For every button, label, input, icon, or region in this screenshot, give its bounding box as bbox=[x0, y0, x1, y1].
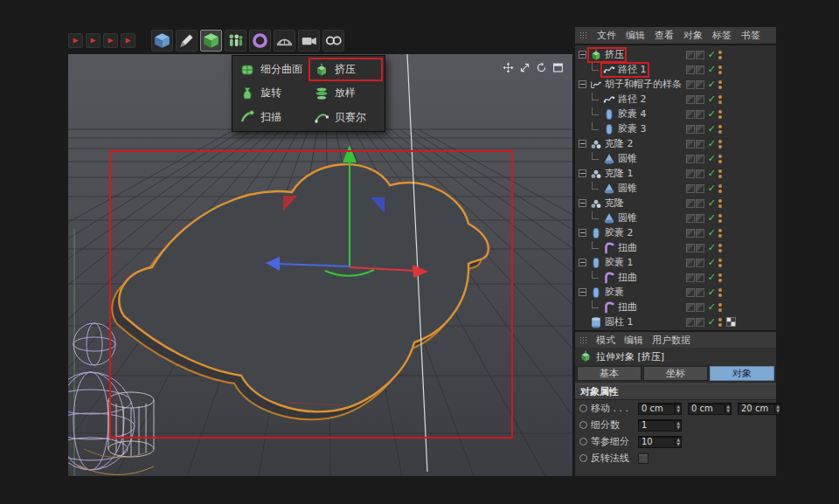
expand-toggle[interactable]: − bbox=[579, 259, 586, 266]
layer-chip[interactable] bbox=[686, 259, 695, 267]
primitive-cube-button[interactable] bbox=[151, 30, 173, 52]
camera-tool-button[interactable] bbox=[298, 30, 320, 52]
panel-grip-icon[interactable] bbox=[579, 31, 587, 39]
layer-chip[interactable] bbox=[696, 214, 704, 223]
object-label-group[interactable]: 扭曲 bbox=[601, 300, 639, 314]
deformers-button[interactable] bbox=[249, 30, 271, 52]
expand-toggle[interactable]: − bbox=[579, 169, 586, 177]
timeline-tool-1-button[interactable] bbox=[68, 33, 83, 48]
visibility-dots[interactable] bbox=[718, 184, 722, 193]
layer-chip[interactable] bbox=[696, 229, 704, 238]
enabled-check-icon[interactable]: ✓ bbox=[708, 138, 716, 149]
tab-coordinates[interactable]: 坐标 bbox=[643, 366, 708, 381]
object-row[interactable]: 胶囊 4✓ bbox=[575, 107, 776, 121]
viewport-zoom-button[interactable] bbox=[519, 60, 530, 77]
spinner-arrows[interactable]: ▲▼ bbox=[675, 404, 681, 413]
enabled-check-icon[interactable]: ✓ bbox=[708, 227, 716, 238]
visibility-dots[interactable] bbox=[718, 229, 722, 238]
layer-chip[interactable] bbox=[686, 199, 695, 208]
enabled-check-icon[interactable]: ✓ bbox=[708, 153, 716, 164]
layer-chip[interactable] bbox=[686, 244, 695, 252]
spinner-arrows[interactable]: ▲▼ bbox=[675, 421, 681, 430]
object-label-group[interactable]: 胶囊 3 bbox=[601, 122, 648, 136]
expand-toggle[interactable]: − bbox=[579, 288, 586, 296]
object-row[interactable]: 圆锥✓ bbox=[575, 151, 776, 166]
spinner-arrows[interactable]: ▲▼ bbox=[725, 404, 731, 413]
object-row[interactable]: 圆柱 1✓ bbox=[575, 314, 776, 329]
layer-chip[interactable] bbox=[686, 303, 695, 312]
layer-chip[interactable] bbox=[686, 169, 695, 178]
expand-toggle[interactable]: − bbox=[579, 199, 586, 207]
layer-chip[interactable] bbox=[696, 288, 704, 297]
timeline-tool-4-button[interactable] bbox=[121, 33, 135, 48]
lights-tool-button[interactable] bbox=[322, 30, 344, 52]
object-row[interactable]: −胡子和帽子的样条✓ bbox=[575, 77, 776, 92]
visibility-dots[interactable] bbox=[718, 273, 722, 282]
object-row[interactable]: 胶囊 3✓ bbox=[575, 121, 776, 136]
viewport-rotate-button[interactable] bbox=[536, 60, 547, 77]
visibility-dots[interactable] bbox=[718, 169, 722, 178]
mograph-figures-button[interactable] bbox=[225, 30, 246, 52]
environment-bridge-button[interactable] bbox=[274, 30, 295, 52]
attr-menu-mode[interactable]: 模式 bbox=[596, 334, 615, 347]
visibility-dots[interactable] bbox=[718, 155, 722, 163]
object-label-group[interactable]: 圆锥 bbox=[601, 211, 639, 225]
layer-chip[interactable] bbox=[696, 318, 704, 327]
tag-slot[interactable] bbox=[725, 317, 736, 328]
enabled-check-icon[interactable]: ✓ bbox=[708, 79, 716, 90]
om-menu-view[interactable]: 查看 bbox=[655, 29, 674, 42]
enabled-check-icon[interactable]: ✓ bbox=[708, 257, 716, 268]
object-row[interactable]: 扭曲✓ bbox=[575, 270, 776, 285]
object-row[interactable]: 路径 2✓ bbox=[575, 92, 776, 107]
visibility-dots[interactable] bbox=[718, 110, 722, 119]
layer-chip[interactable] bbox=[696, 155, 704, 163]
object-label-group[interactable]: 扭曲 bbox=[601, 241, 639, 255]
layer-chip[interactable] bbox=[696, 184, 704, 193]
object-label-group[interactable]: 克隆 2 bbox=[588, 137, 635, 151]
object-row[interactable]: −克隆 1✓ bbox=[575, 166, 776, 181]
om-menu-bookmarks[interactable]: 书签 bbox=[741, 29, 760, 42]
layer-chip[interactable] bbox=[696, 303, 704, 312]
visibility-dots[interactable] bbox=[718, 244, 722, 252]
object-label-group[interactable]: 克隆 bbox=[588, 197, 626, 211]
object-row[interactable]: 扭曲✓ bbox=[575, 300, 776, 314]
layer-chip[interactable] bbox=[696, 125, 704, 134]
expand-toggle[interactable]: − bbox=[579, 51, 586, 59]
generators-extrude-button[interactable] bbox=[200, 30, 222, 52]
subdivision-field-0[interactable]: 1▲▼ bbox=[638, 419, 682, 432]
layer-chip[interactable] bbox=[696, 51, 704, 59]
movement-field-1[interactable]: 0 cm▲▼ bbox=[688, 403, 732, 415]
movement-field-0[interactable]: 0 cm▲▼ bbox=[638, 403, 682, 415]
expand-toggle[interactable]: − bbox=[579, 229, 586, 237]
enabled-check-icon[interactable]: ✓ bbox=[708, 197, 716, 209]
enabled-check-icon[interactable]: ✓ bbox=[708, 287, 716, 298]
visibility-dots[interactable] bbox=[718, 95, 722, 104]
layer-chip[interactable] bbox=[696, 244, 704, 252]
enabled-check-icon[interactable]: ✓ bbox=[708, 93, 716, 105]
object-label-group[interactable]: 圆锥 bbox=[601, 152, 639, 166]
layer-chip[interactable] bbox=[686, 125, 695, 134]
movement-field-2[interactable]: 20 cm▲▼ bbox=[738, 403, 781, 415]
enabled-check-icon[interactable]: ✓ bbox=[708, 183, 716, 194]
layer-chip[interactable] bbox=[686, 110, 695, 119]
layer-chip[interactable] bbox=[696, 169, 704, 178]
visibility-dots[interactable] bbox=[718, 199, 722, 208]
object-label-group[interactable]: 胶囊 2 bbox=[588, 226, 635, 240]
enabled-check-icon[interactable]: ✓ bbox=[708, 212, 716, 224]
layer-chip[interactable] bbox=[686, 80, 695, 89]
om-menu-objects[interactable]: 对象 bbox=[683, 29, 703, 42]
attr-menu-edit[interactable]: 编辑 bbox=[624, 334, 643, 347]
object-row[interactable]: 圆锥✓ bbox=[575, 181, 776, 196]
object-label-group[interactable]: 胶囊 4 bbox=[601, 107, 648, 121]
layer-chip[interactable] bbox=[686, 66, 695, 74]
object-label-group[interactable]: 扭曲 bbox=[601, 271, 639, 285]
layer-chip[interactable] bbox=[686, 95, 695, 104]
om-menu-file[interactable]: 文件 bbox=[597, 29, 616, 42]
timeline-tool-2-button[interactable] bbox=[86, 33, 101, 48]
layer-chip[interactable] bbox=[686, 273, 695, 282]
keyframe-circle-icon[interactable] bbox=[579, 438, 587, 445]
om-menu-edit[interactable]: 编辑 bbox=[626, 29, 645, 42]
object-label-group[interactable]: 挤压 bbox=[588, 48, 626, 62]
keyframe-circle-icon[interactable] bbox=[579, 454, 587, 462]
layer-chip[interactable] bbox=[686, 155, 695, 163]
